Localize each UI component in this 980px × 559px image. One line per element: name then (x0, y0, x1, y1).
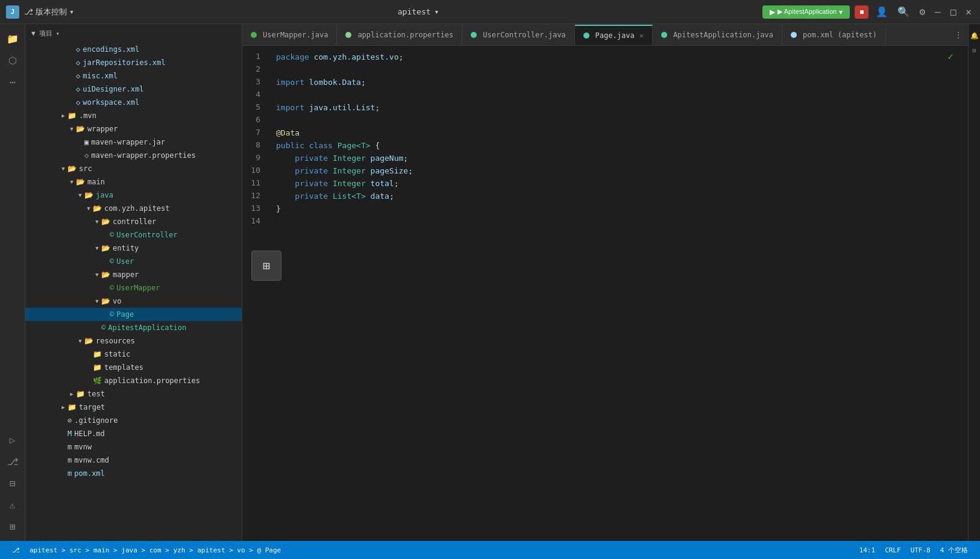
code-line[interactable]: package com.yzh.apitest.vo; (276, 51, 958, 63)
code-token: lombok.Data (309, 76, 361, 89)
tree-item[interactable]: ▼📂wrapper (25, 122, 242, 136)
code-token: Page<T> (338, 139, 371, 152)
code-line[interactable]: import java.util.List; (276, 101, 958, 114)
tree-item[interactable]: ⊘.gitignore (25, 414, 242, 427)
code-token: { (371, 139, 380, 152)
tree-item[interactable]: ◇misc.xml (25, 69, 242, 83)
tree-item[interactable]: mmvnw (25, 440, 242, 454)
code-line[interactable]: private List<T> data; (276, 190, 958, 202)
tree-item[interactable]: ©UserController (25, 228, 242, 242)
code-line[interactable]: @Data (276, 126, 958, 139)
git-status[interactable]: ⎇ (7, 541, 25, 559)
code-token: ; (361, 76, 366, 89)
code-token: pageNum (371, 152, 404, 164)
activity-bar: 📁 ⬡ ⋯ ▷ ⎇ ⊟ ⚠ ⊞ (0, 24, 25, 541)
tree-item[interactable]: 📁static (25, 348, 242, 361)
code-token: package (276, 51, 314, 63)
tree-item[interactable]: ◇workspace.xml (25, 96, 242, 109)
line-number: 5 (242, 101, 260, 114)
tree-item[interactable]: ◇maven-wrapper.properties (25, 149, 242, 162)
tree-item[interactable]: ©ApitestApplication (25, 321, 242, 334)
tree-item[interactable]: 📁templates (25, 361, 242, 374)
issues-icon[interactable]: ⚠ (3, 495, 22, 514)
tree-item[interactable]: ©User (25, 255, 242, 268)
project-dropdown-icon[interactable]: ▾ (435, 7, 439, 16)
main-layout: 📁 ⬡ ⋯ ▷ ⎇ ⊟ ⚠ ⊞ ▼ 项目 ▾ ◇encodings.xml◇ja… (0, 24, 980, 541)
tree-item[interactable]: ▼📂controller (25, 215, 242, 228)
tree-item[interactable]: MHELP.md (25, 427, 242, 440)
tab-close-icon[interactable]: ✕ (639, 31, 644, 40)
maximize-icon[interactable]: □ (948, 4, 959, 20)
encoding[interactable]: UTF-8 (906, 546, 935, 554)
tree-item[interactable]: ▼📂java (25, 189, 242, 202)
tree-item[interactable]: ▼📂src (25, 162, 242, 175)
code-line[interactable]: import lombok.Data; (276, 76, 958, 89)
close-icon[interactable]: ✕ (963, 4, 974, 20)
tree-item[interactable]: ◇uiDesigner.xml (25, 83, 242, 96)
tree-item[interactable]: 🌿application.properties (25, 374, 242, 387)
code-line[interactable]: private Integer pageSize; (276, 164, 958, 177)
run-dropdown-icon[interactable]: ▾ (839, 8, 843, 16)
tab-overflow-button[interactable]: ⋮ (949, 25, 968, 45)
tab-usermapper[interactable]: UserMapper.java (242, 25, 337, 45)
tab-pom[interactable]: pom.xml (apitest) (782, 25, 886, 45)
code-token: public (276, 139, 309, 152)
tree-item[interactable]: ◇encodings.xml (25, 43, 242, 56)
code-token: ; (399, 51, 404, 63)
vcs-menu[interactable]: ⎇ 版本控制 ▾ (24, 7, 74, 17)
code-line[interactable]: private Integer total; (276, 177, 958, 190)
tree-item[interactable]: ◇jarRepositories.xml (25, 56, 242, 69)
floating-format-widget[interactable]: ⊞ (251, 251, 281, 281)
breadcrumb-status[interactable]: apitest > src > main > java > com > yzh … (25, 541, 286, 559)
more-icon[interactable]: ⋯ (3, 72, 22, 92)
extensions-icon[interactable]: ⊞ (3, 517, 22, 536)
code-line[interactable]: private Integer pageNum; (276, 152, 958, 164)
explorer-icon[interactable]: 📁 (3, 29, 22, 48)
tree-item[interactable]: ▼📂resources (25, 334, 242, 348)
line-ending[interactable]: CRLF (880, 546, 906, 554)
code-token: total (371, 177, 394, 190)
cursor-position[interactable]: 14:1 (855, 546, 881, 554)
project-header[interactable]: ▼ 项目 ▾ (25, 24, 242, 43)
user-icon[interactable]: 👤 (873, 4, 890, 20)
tab-usercontroller[interactable]: UserController.java (462, 25, 574, 45)
tree-item[interactable]: ▶📁test (25, 387, 242, 401)
tree-item[interactable]: ▼📂com.yzh.apitest (25, 202, 242, 215)
indent-type[interactable]: 4 个空格 (935, 546, 973, 555)
tree-item[interactable]: ▼📂mapper (25, 268, 242, 281)
code-line[interactable] (276, 215, 958, 228)
line-ending-label: CRLF (885, 546, 901, 554)
structure-icon[interactable]: ⬡ (3, 51, 22, 70)
tab-application-props[interactable]: application.properties (337, 25, 462, 45)
tree-item[interactable]: ▣maven-wrapper.jar (25, 136, 242, 149)
tree-item[interactable]: ▼📂entity (25, 242, 242, 255)
tree-item[interactable]: ▼📂vo (25, 295, 242, 308)
code-area[interactable]: package com.yzh.apitest.vo;import lombok… (266, 46, 968, 541)
tree-item[interactable]: ▼📂main (25, 175, 242, 189)
code-line[interactable] (276, 114, 958, 126)
stop-button[interactable]: ■ (855, 5, 868, 19)
code-line[interactable] (276, 63, 958, 76)
search-icon[interactable]: 🔍 (895, 4, 912, 20)
settings-icon[interactable]: ⚙ (917, 4, 928, 20)
run-debug-icon[interactable]: ▷ (3, 430, 22, 449)
minimize-icon[interactable]: — (932, 4, 943, 20)
run-button[interactable]: ▶ ▶ ApitestApplication ▾ (762, 5, 850, 19)
tab-page[interactable]: Page.java✕ (575, 25, 653, 45)
line-number: 13 (242, 202, 260, 215)
notification-icon[interactable]: 🔔 (970, 29, 978, 42)
tree-item[interactable]: mmvnw.cmd (25, 454, 242, 467)
tree-item[interactable]: ▶📁target (25, 401, 242, 414)
tree-item[interactable]: mpom.xml (25, 467, 242, 480)
git-icon[interactable]: ⎇ (3, 452, 22, 471)
tree-item[interactable]: ©Page (25, 308, 242, 321)
tree-item[interactable]: ©UserMapper (25, 281, 242, 295)
tree-item[interactable]: ▶📁.mvn (25, 109, 242, 122)
terminal-icon[interactable]: ⊟ (3, 473, 22, 493)
code-line[interactable] (276, 89, 958, 101)
tab-apitestapp[interactable]: ApitestApplication.java (653, 25, 782, 45)
code-line[interactable]: public class Page<T> { (276, 139, 958, 152)
code-line[interactable]: } (276, 202, 958, 215)
code-token: ; (403, 152, 408, 164)
structure-icon[interactable]: m (971, 46, 978, 55)
